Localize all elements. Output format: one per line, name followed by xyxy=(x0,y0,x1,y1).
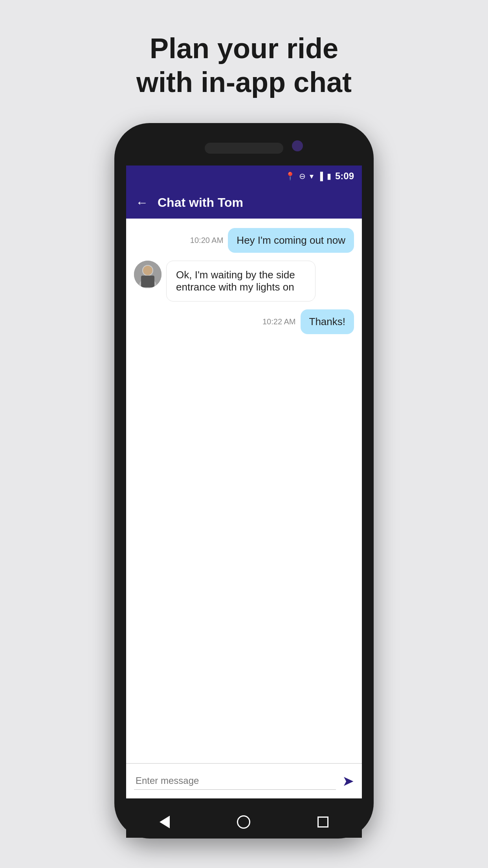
message-timestamp-3: 10:22 AM xyxy=(262,317,296,326)
status-bar: 📍 ⊖ ▾ ▐ ▮ 5:09 xyxy=(126,166,362,187)
phone-camera xyxy=(292,140,303,151)
page-container: Plan your ride with in-app chat 📍 ⊖ ▾ ▐ … xyxy=(0,0,488,839)
message-input[interactable] xyxy=(134,772,336,790)
phone-shell: 📍 ⊖ ▾ ▐ ▮ 5:09 ← Chat with Tom 10:20 AM … xyxy=(114,123,374,839)
phone-speaker xyxy=(205,143,283,154)
message-row-3: 10:22 AM Thanks! xyxy=(134,309,354,334)
do-not-disturb-icon: ⊖ xyxy=(299,171,306,181)
signal-icon: ▐ xyxy=(317,172,323,181)
app-bar: ← Chat with Tom xyxy=(126,187,362,219)
headline-line2: with in-app chat xyxy=(136,66,352,98)
page-headline: Plan your ride with in-app chat xyxy=(136,31,352,99)
svg-rect-4 xyxy=(141,276,154,287)
input-area: ➤ xyxy=(126,763,362,798)
back-button[interactable]: ← xyxy=(136,195,148,210)
message-row-1: 10:20 AM Hey I'm coming out now xyxy=(134,228,354,253)
headline-line1: Plan your ride xyxy=(150,33,338,64)
nav-recent-button[interactable] xyxy=(317,817,328,828)
phone-screen: 📍 ⊖ ▾ ▐ ▮ 5:09 ← Chat with Tom 10:20 AM … xyxy=(126,166,362,798)
app-bar-title: Chat with Tom xyxy=(158,195,243,210)
home-circle-icon xyxy=(237,815,250,829)
avatar xyxy=(134,261,161,288)
nav-home-button[interactable] xyxy=(237,815,250,829)
send-button[interactable]: ➤ xyxy=(342,773,354,789)
message-timestamp-1: 10:20 AM xyxy=(190,236,224,245)
send-icon: ➤ xyxy=(342,773,354,789)
chat-area[interactable]: 10:20 AM Hey I'm coming out now xyxy=(126,219,362,763)
battery-icon: ▮ xyxy=(327,171,331,181)
message-row-2: Ok, I'm waiting by the side entrance wit… xyxy=(134,261,354,302)
message-bubble-2: Ok, I'm waiting by the side entrance wit… xyxy=(166,261,316,302)
message-bubble-1: Hey I'm coming out now xyxy=(228,228,354,253)
location-icon: 📍 xyxy=(285,171,295,181)
nav-back-button[interactable] xyxy=(160,816,170,828)
recent-square-icon xyxy=(317,817,328,828)
status-time: 5:09 xyxy=(335,171,354,182)
wifi-icon: ▾ xyxy=(310,171,314,181)
phone-nav-bar xyxy=(126,806,362,838)
svg-point-3 xyxy=(143,266,152,275)
status-icons: 📍 ⊖ ▾ ▐ ▮ 5:09 xyxy=(285,171,354,182)
back-triangle-icon xyxy=(160,816,170,828)
message-bubble-3: Thanks! xyxy=(301,309,354,334)
